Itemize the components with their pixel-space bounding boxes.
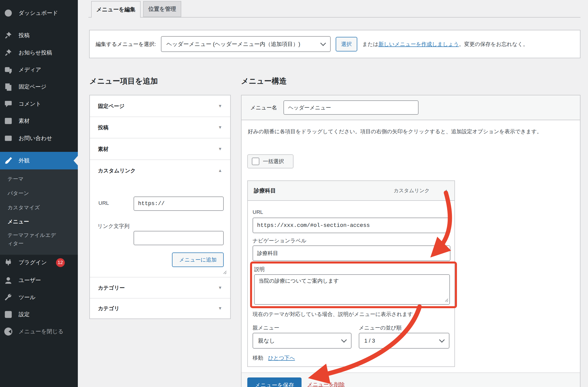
chevron-down-icon: ▼ xyxy=(218,104,222,109)
accordion-section-materials[interactable]: 素材▼ xyxy=(90,138,230,160)
sidebar-item-posts[interactable]: 投稿 xyxy=(0,27,78,44)
menu-order-select[interactable]: 1 / 3 xyxy=(359,333,449,349)
sliders-icon xyxy=(4,310,13,319)
submenu-item-themes[interactable]: テーマ xyxy=(8,175,68,183)
plugin-update-badge: 12 xyxy=(56,258,65,267)
bulk-select-checkbox[interactable] xyxy=(252,158,259,165)
sidebar-item-label: ツール xyxy=(19,294,35,301)
sidebar-item-dashboard[interactable]: ダッシュボード xyxy=(0,5,78,22)
bulk-select-control[interactable]: 一括選択 xyxy=(247,154,293,168)
sidebar-item-plugins[interactable]: プラグイン 12 xyxy=(0,254,78,271)
add-to-menu-button[interactable]: メニューに追加 xyxy=(172,252,224,267)
menu-order-label: メニューの並び順 xyxy=(359,324,401,331)
sidebar-item-label: コメント xyxy=(19,100,41,108)
mail-icon xyxy=(4,134,13,143)
save-reminder-text: 。変更の保存をお忘れなく。 xyxy=(459,41,528,47)
tab-edit-menus[interactable]: メニューを編集 xyxy=(91,1,141,18)
submenu-item-theme-file-editor[interactable]: テーマファイルエディター xyxy=(8,231,61,247)
sidebar-item-label: お問い合わせ xyxy=(19,135,52,142)
dashboard-icon xyxy=(4,9,13,17)
url-label: URL xyxy=(98,200,109,206)
chevron-down-icon: ▼ xyxy=(218,306,222,311)
menu-structure-panel: メニュー名 好みの順番に各項目をドラッグしてください。項目の右側の矢印をクリック… xyxy=(241,95,580,387)
accordion-label: カテゴリ xyxy=(98,305,120,312)
menu-item-type-label: カスタムリンク xyxy=(394,187,430,194)
menu-name-row: メニュー名 xyxy=(242,95,580,120)
sidebar-item-news-posts[interactable]: お知らせ投稿 xyxy=(0,44,78,61)
tab-bottom-border xyxy=(88,17,580,18)
resize-grabber-icon[interactable] xyxy=(222,270,227,275)
sidebar-item-pages[interactable]: 固定ページ xyxy=(0,78,78,95)
move-row: 移動 ひとつ下へ xyxy=(253,354,295,361)
menu-name-input[interactable] xyxy=(283,100,419,115)
sidebar-item-settings[interactable]: 設定 xyxy=(0,306,78,323)
save-menu-button[interactable]: メニューを保存 xyxy=(247,377,302,387)
create-new-menu-link[interactable]: 新しいメニューを作成しましょう xyxy=(378,41,459,47)
sidebar-item-tools[interactable]: ツール xyxy=(0,289,78,306)
chevron-up-icon: ▲ xyxy=(218,168,222,173)
sidebar-item-label: メニューを閉じる xyxy=(19,328,64,335)
menu-select-dropdown[interactable]: ヘッダーメニュー (ヘッダーメニュー内（追加項目）) xyxy=(161,36,331,52)
accordion-section-posts[interactable]: 投稿▼ xyxy=(90,117,230,138)
sidebar-item-media[interactable]: メディア xyxy=(0,61,78,78)
custom-link-form: URL リンク文字列 メニューに追加 xyxy=(90,181,230,277)
sidebar-item-comments[interactable]: コメント xyxy=(0,95,78,112)
link-text-label: リンク文字列 xyxy=(97,223,129,230)
resize-grabber-icon[interactable] xyxy=(444,298,449,303)
chevron-down-icon xyxy=(341,337,347,343)
menu-item-url-input[interactable] xyxy=(253,218,450,233)
or-text: または xyxy=(362,41,378,47)
accordion-section-categories[interactable]: カテゴリー▼ xyxy=(90,277,230,298)
description-textarea[interactable]: 当院の診療についてご案内します xyxy=(254,274,450,305)
wordpress-admin-menus-screen: ダッシュボード 投稿 お知らせ投稿 メディア 固定ページ コメント 素材 お問 xyxy=(0,0,588,387)
add-menu-items-heading: メニュー項目を追加 xyxy=(89,76,158,86)
brush-icon xyxy=(4,156,13,165)
drag-instructions-text: 好みの順番に各項目をドラッグしてください。項目の右側の矢印をクリックすると、追加… xyxy=(248,127,580,137)
sidebar-item-contact[interactable]: お問い合わせ xyxy=(0,130,78,147)
chevron-up-icon[interactable]: ▲ xyxy=(444,188,448,193)
submenu-item-patterns[interactable]: パターン xyxy=(8,189,68,198)
sidebar-item-collapse-menu[interactable]: メニューを閉じる xyxy=(0,323,78,340)
custom-link-text-input[interactable] xyxy=(134,231,224,245)
accordion-section-category[interactable]: カテゴリ▼ xyxy=(90,298,230,318)
sidebar-item-label: 素材 xyxy=(19,117,30,125)
parent-menu-value: 親なし xyxy=(258,337,275,345)
sidebar-item-label: 設定 xyxy=(19,311,30,318)
delete-menu-link[interactable]: メニューを削除 xyxy=(307,381,345,387)
menu-item-handle[interactable]: 診療科目 カスタムリンク ▲ xyxy=(247,180,455,201)
menu-select-bar: 編集するメニューを選択: ヘッダーメニュー (ヘッダーメニュー内（追加項目）) … xyxy=(89,30,580,58)
menu-item-settings: URL ナビゲーションラベル 説明 当院の診療についてご案内します 現在のテーマ… xyxy=(247,201,455,367)
sidebar-item-materials[interactable]: 素材 xyxy=(0,112,78,130)
submenu-item-menus[interactable]: メニュー xyxy=(8,218,68,226)
sidebar-item-appearance[interactable]: 外観 xyxy=(0,152,78,169)
sidebar-item-label: 固定ページ xyxy=(19,83,46,91)
accordion-label: カスタムリンク xyxy=(98,167,136,174)
accordion-label: 投稿 xyxy=(98,124,108,131)
custom-link-url-input[interactable] xyxy=(134,197,224,211)
menu-structure-heading: メニュー構造 xyxy=(241,76,287,86)
comment-icon xyxy=(4,100,13,108)
parent-menu-select[interactable]: 親なし xyxy=(253,333,351,349)
add-menu-items-panel: 固定ページ▼ 投稿▼ 素材▼ カスタムリンク▲ URL リンク文字列 メニューに… xyxy=(89,95,231,319)
sidebar-item-label: ダッシュボード xyxy=(19,9,58,17)
admin-sidebar: ダッシュボード 投稿 お知らせ投稿 メディア 固定ページ コメント 素材 お問 xyxy=(0,0,78,387)
sidebar-item-label: 投稿 xyxy=(19,32,30,39)
media-icon xyxy=(4,66,13,74)
submenu-item-customize[interactable]: カスタマイズ xyxy=(8,204,68,212)
menu-select-value: ヘッダーメニュー (ヘッダーメニュー内（追加項目）) xyxy=(166,40,300,48)
sidebar-item-label: メディア xyxy=(19,66,41,74)
pages-icon xyxy=(4,83,13,91)
accordion-label: カテゴリー xyxy=(98,284,125,291)
move-down-link[interactable]: ひとつ下へ xyxy=(268,355,295,361)
accordion-section-custom-link[interactable]: カスタムリンク▲ xyxy=(90,160,230,181)
pushpin-icon xyxy=(4,31,13,40)
navigation-label-input[interactable] xyxy=(253,245,450,261)
sidebar-item-users[interactable]: ユーザー xyxy=(0,272,78,289)
accordion-section-pages[interactable]: 固定ページ▼ xyxy=(90,95,230,117)
appearance-submenu: テーマ パターン カスタマイズ メニュー テーマファイルエディター xyxy=(0,169,78,255)
pushpin-icon xyxy=(4,48,13,57)
bulk-select-label: 一括選択 xyxy=(263,158,284,165)
parent-menu-label: 親メニュー xyxy=(253,324,279,331)
select-menu-button[interactable]: 選択 xyxy=(336,37,357,51)
tab-manage-locations[interactable]: 位置を管理 xyxy=(143,1,181,17)
